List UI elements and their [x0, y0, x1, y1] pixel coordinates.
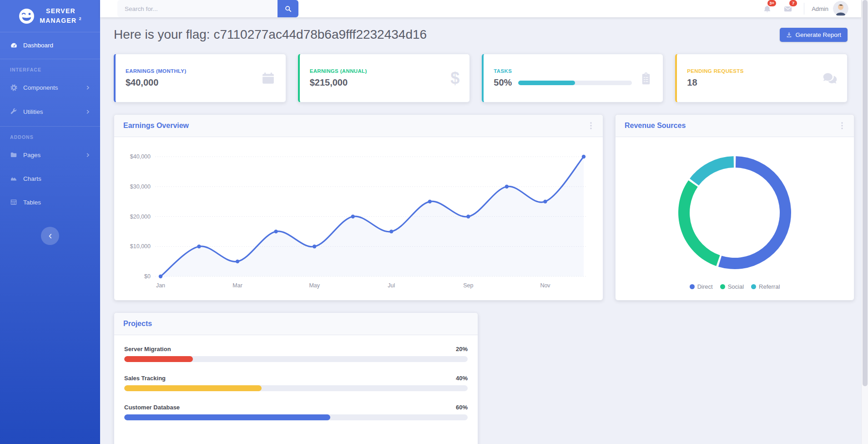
search-icon [285, 5, 292, 12]
project-percent: 60% [456, 403, 468, 411]
project-name: Customer Database [124, 403, 180, 411]
chevron-right-icon [86, 153, 90, 157]
brand-link[interactable]: SERVER MANAGER 2 [0, 0, 100, 32]
messages-dropdown[interactable]: 7 [777, 2, 798, 16]
sidebar-heading-interface: INTERFACE [0, 59, 100, 76]
project-row-header: Customer Database 60% [124, 403, 468, 411]
stat-card-body: PENDING REQUESTS 18 [687, 68, 743, 88]
project-row: Server Migration 20% [124, 345, 468, 362]
brand-title: SERVER MANAGER 2 [40, 6, 82, 26]
alerts-count-badge: 3+ [767, 0, 776, 6]
legend-dot [720, 284, 725, 289]
revenue-panel-body: Direct Social Referral [616, 137, 854, 290]
sidebar-item-charts[interactable]: Charts [0, 167, 100, 190]
stat-label: EARNINGS (ANNUAL) [310, 68, 367, 74]
generate-report-button[interactable]: Generate Report [780, 28, 848, 42]
project-progress-bar [124, 414, 468, 420]
sidebar-item-utilities[interactable]: Utilities [0, 100, 100, 123]
svg-text:May: May [309, 282, 320, 289]
topbar-right: 3+ 7 Admin [757, 1, 848, 16]
legend-label: Direct [697, 283, 713, 290]
stat-value: $40,000 [126, 77, 187, 88]
stat-card-earnings-monthly: EARNINGS (MONTHLY) $40,000 [114, 54, 286, 102]
calendar-icon [261, 71, 276, 86]
user-menu[interactable]: Admin [812, 1, 848, 16]
tachometer-icon [10, 41, 19, 49]
sidebar-item-components[interactable]: Components [0, 76, 100, 100]
legend-dot [690, 284, 695, 289]
stat-value: 18 [687, 77, 743, 88]
chart-area-icon [10, 175, 19, 182]
page-title: Here is your flag: c7110277ac44d78b6a9ff… [114, 27, 427, 42]
project-row-header: Server Migration 20% [124, 345, 468, 353]
sidebar-item-tables[interactable]: Tables [0, 190, 100, 214]
svg-text:$0: $0 [144, 273, 151, 280]
project-name: Server Migration [124, 345, 171, 353]
stat-card-body: TASKS 50% [494, 68, 632, 88]
page-scrollbar[interactable] [861, 0, 868, 444]
brand-superscript: 2 [79, 16, 82, 21]
legend-item-direct[interactable]: Direct [690, 283, 713, 290]
dollar-sign-icon: $ [450, 69, 459, 88]
sidebar-item-pages-label: Pages [23, 152, 40, 158]
svg-text:$40,000: $40,000 [130, 153, 151, 160]
alerts-dropdown[interactable]: 3+ [757, 2, 777, 16]
content: Here is your flag: c7110277ac44d78b6a9ff… [100, 17, 861, 444]
laugh-wink-icon [18, 8, 35, 25]
sidebar-item-pages[interactable]: Pages [0, 143, 100, 167]
sidebar: SERVER MANAGER 2 Dashboard INTERFACE Com… [0, 0, 100, 444]
svg-text:Jan: Jan [156, 282, 165, 289]
user-name: Admin [812, 5, 828, 12]
revenue-sources-panel: Revenue Sources Direct Socia [615, 114, 854, 301]
sidebar-item-dashboard[interactable]: Dashboard [0, 35, 100, 56]
table-icon [10, 199, 19, 206]
scrollbar-thumb[interactable] [863, 0, 868, 386]
donut-legend: Direct Social Referral [690, 283, 780, 290]
earnings-panel-title: Earnings Overview [123, 122, 189, 130]
sidebar-item-charts-label: Charts [23, 175, 41, 182]
svg-text:Jul: Jul [388, 282, 395, 289]
svg-text:Nov: Nov [540, 282, 550, 289]
sidebar-collapse-button[interactable] [41, 227, 59, 245]
ellipsis-menu-icon[interactable] [839, 120, 845, 131]
download-icon [786, 32, 792, 38]
revenue-panel-header: Revenue Sources [616, 115, 854, 137]
stat-card-earnings-annual: EARNINGS (ANNUAL) $215,000 $ [298, 54, 470, 102]
earnings-panel-body: $0$10,000$20,000$30,000$40,000JanMarMayJ… [114, 137, 603, 296]
stat-value: 50% [494, 77, 512, 88]
brand-line1: SERVER [46, 7, 76, 15]
project-name: Sales Tracking [124, 374, 166, 382]
project-percent: 40% [456, 374, 468, 382]
search-input[interactable] [117, 0, 278, 17]
project-progress-fill [124, 414, 330, 420]
svg-text:$30,000: $30,000 [130, 184, 151, 190]
sidebar-item-utilities-label: Utilities [23, 108, 43, 115]
project-row: Sales Tracking 40% [124, 374, 468, 391]
earnings-line-chart: $0$10,000$20,000$30,000$40,000JanMarMayJ… [123, 143, 595, 295]
comments-icon [822, 71, 837, 86]
stat-card-body: EARNINGS (MONTHLY) $40,000 [126, 68, 187, 88]
projects-panel-title: Projects [123, 320, 152, 328]
brand-line2: MANAGER [40, 17, 76, 24]
ellipsis-menu-icon[interactable] [588, 120, 594, 131]
legend-item-social[interactable]: Social [720, 283, 744, 290]
wrench-icon [10, 108, 19, 115]
tasks-progress-fill [518, 81, 575, 85]
svg-text:$10,000: $10,000 [130, 243, 151, 250]
project-progress-bar [124, 356, 468, 362]
sidebar-item-components-label: Components [23, 84, 58, 91]
svg-text:Mar: Mar [232, 282, 242, 289]
avatar [833, 1, 848, 16]
project-progress-fill [124, 356, 193, 362]
revenue-panel-title: Revenue Sources [625, 122, 686, 130]
topbar-divider [804, 3, 804, 15]
charts-row: Earnings Overview $0$10,000$20,000$30,00… [114, 114, 848, 301]
sidebar-item-dashboard-label: Dashboard [23, 42, 53, 49]
projects-panel-body: Server Migration 20% Sales Tracking 40% [114, 335, 478, 443]
search-button[interactable] [278, 0, 298, 17]
legend-item-referral[interactable]: Referral [751, 283, 780, 290]
cog-icon [10, 84, 19, 92]
project-percent: 20% [456, 345, 468, 353]
project-progress-bar [124, 385, 468, 391]
messages-count-badge: 7 [789, 0, 797, 6]
